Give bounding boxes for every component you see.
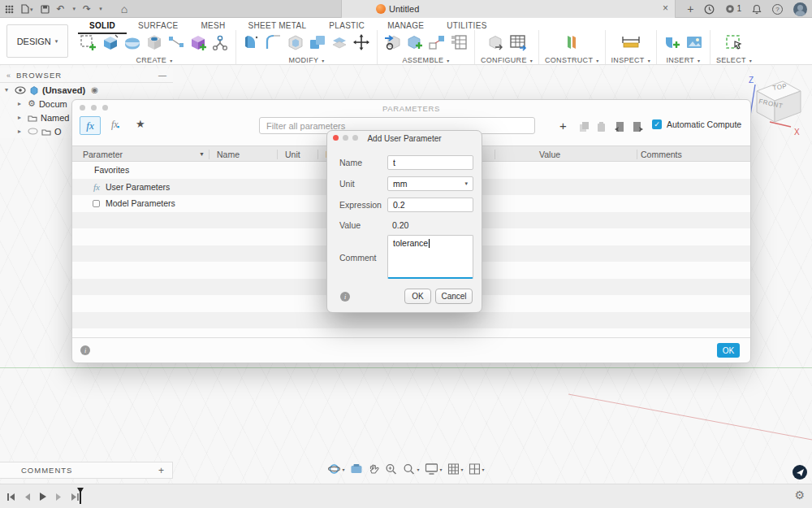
viewports-icon[interactable]: ▾ [469, 463, 485, 475]
offset-face-icon[interactable] [330, 33, 349, 52]
inspect-menu[interactable]: INSPECT▾ [611, 56, 650, 64]
create-sketch-icon[interactable] [79, 33, 98, 52]
automatic-compute-checkbox[interactable]: ✓ [652, 119, 662, 129]
expand-caret-icon[interactable]: ▸ [18, 128, 24, 135]
favorites-filter-icon[interactable]: ★ [136, 118, 145, 130]
undo-caret-icon[interactable]: ▾ [73, 6, 76, 12]
app-grid-icon[interactable] [5, 5, 14, 14]
extrude-icon[interactable] [101, 33, 120, 52]
parameters-ok-button[interactable]: OK [717, 343, 740, 358]
name-field[interactable] [387, 155, 473, 170]
file-menu-icon[interactable]: ▾ [21, 4, 33, 14]
column-value[interactable]: Value [539, 150, 560, 159]
add-parameter-icon[interactable]: + [559, 119, 567, 132]
configure-menu[interactable]: CONFIGURE▾ [481, 56, 533, 64]
save-icon[interactable] [41, 5, 50, 14]
activate-radio-icon[interactable]: ◉ [91, 85, 98, 94]
orbit-icon[interactable]: ▾ [327, 462, 344, 475]
zoom-icon[interactable] [385, 463, 397, 475]
home-icon[interactable]: ⌂ [121, 3, 127, 15]
bom-table-icon[interactable] [449, 33, 469, 52]
redo-icon[interactable]: ↷ [83, 4, 91, 14]
shell-icon[interactable] [286, 33, 305, 52]
combine-icon[interactable] [308, 33, 327, 52]
new-tab-icon[interactable]: + [687, 3, 693, 15]
revolve-icon[interactable] [123, 33, 142, 52]
insert-mesh-icon[interactable] [663, 33, 682, 52]
assemble-menu[interactable]: ASSEMBLE▾ [402, 56, 449, 64]
expand-caret-icon[interactable]: ▸ [18, 100, 24, 107]
pan-icon[interactable] [368, 463, 379, 475]
play-icon[interactable] [39, 490, 47, 505]
info-icon[interactable]: i [340, 292, 350, 302]
column-parameter[interactable]: Parameter [83, 150, 123, 159]
expression-field[interactable] [387, 198, 473, 212]
sort-caret-icon[interactable]: ▼ [199, 151, 205, 157]
hole-icon[interactable] [145, 33, 164, 52]
move-icon[interactable] [352, 33, 371, 52]
insert-menu[interactable]: INSERT▾ [666, 56, 700, 64]
export-csv-icon[interactable] [633, 121, 644, 132]
comment-field[interactable]: tolerance [387, 235, 473, 279]
step-forward-icon[interactable] [55, 490, 63, 505]
modify-menu[interactable]: MODIFY▾ [288, 56, 324, 64]
step-back-icon[interactable] [24, 490, 31, 505]
extension-badge-icon[interactable]: 1 [725, 4, 741, 14]
look-at-icon[interactable] [350, 463, 362, 475]
model-parameters-filter-button[interactable]: fx▪ [111, 119, 119, 131]
fillet-icon[interactable] [264, 33, 283, 52]
cancel-button[interactable]: Cancel [435, 289, 473, 304]
configuration-icon[interactable] [486, 33, 506, 52]
browser-header[interactable]: ‹‹ BROWSER — [0, 68, 173, 83]
joint-icon[interactable] [427, 33, 447, 52]
pattern-icon[interactable] [210, 33, 230, 52]
measure-icon[interactable] [620, 33, 641, 52]
press-pull-icon[interactable] [242, 33, 261, 52]
user-parameters-filter-button[interactable]: fx [80, 116, 101, 135]
comments-panel[interactable]: COMMENTS + [0, 462, 173, 479]
dimension-icon[interactable] [166, 33, 186, 52]
browser-collapse-icon[interactable]: ‹‹ [6, 72, 10, 80]
unit-select[interactable]: mm ▾ [387, 176, 473, 191]
column-name[interactable]: Name [217, 150, 240, 159]
undo-icon[interactable]: ↶ [57, 4, 65, 14]
grid-settings-icon[interactable]: ▾ [448, 463, 464, 475]
modal-titlebar[interactable]: Add User Parameter [327, 131, 482, 145]
assistant-badge[interactable] [793, 465, 807, 480]
redo-caret-icon[interactable]: ▾ [99, 6, 102, 12]
timeline-marker[interactable] [76, 487, 85, 508]
timeline-gear-icon[interactable]: ⚙ [794, 488, 805, 501]
construct-menu[interactable]: CONSTRUCT▾ [545, 56, 599, 64]
user-avatar[interactable] [793, 2, 807, 16]
help-icon[interactable]: ? [772, 4, 783, 15]
visibility-eye-icon[interactable] [15, 86, 26, 94]
derive-icon[interactable] [383, 33, 403, 52]
config-table-icon[interactable] [508, 33, 528, 52]
column-unit[interactable]: Unit [285, 150, 300, 159]
select-icon[interactable] [724, 33, 744, 52]
skip-to-start-icon[interactable] [6, 490, 15, 505]
add-comment-icon[interactable]: + [158, 465, 164, 476]
form-icon[interactable] [188, 33, 208, 52]
select-menu[interactable]: SELECT▾ [716, 56, 752, 64]
browser-minimize-icon[interactable]: — [158, 71, 166, 80]
column-comments[interactable]: Comments [641, 150, 682, 159]
job-status-icon[interactable] [704, 4, 715, 15]
fit-icon[interactable]: ▾ [403, 463, 419, 475]
eye-off-icon[interactable] [28, 128, 38, 135]
notifications-bell-icon[interactable] [752, 4, 762, 15]
parameters-dialog-titlebar[interactable]: PARAMETERS [72, 100, 750, 115]
expand-caret-icon[interactable]: ▾ [5, 86, 11, 93]
workspace-switcher[interactable]: DESIGN ▾ [6, 24, 68, 58]
create-menu[interactable]: CREATE▾ [136, 56, 173, 64]
ok-button[interactable]: OK [404, 289, 431, 304]
expand-caret-icon[interactable]: ▸ [18, 114, 24, 121]
info-icon[interactable]: i [80, 345, 90, 355]
construction-plane-icon[interactable] [562, 33, 581, 52]
display-settings-icon[interactable]: ▾ [425, 463, 442, 475]
import-csv-icon[interactable] [614, 121, 625, 132]
canvas-image-icon[interactable] [685, 33, 704, 52]
close-tab-icon[interactable]: × [663, 2, 668, 14]
new-component-icon[interactable] [405, 33, 425, 52]
browser-root-row[interactable]: ▾ (Unsaved) ◉ [0, 83, 173, 97]
